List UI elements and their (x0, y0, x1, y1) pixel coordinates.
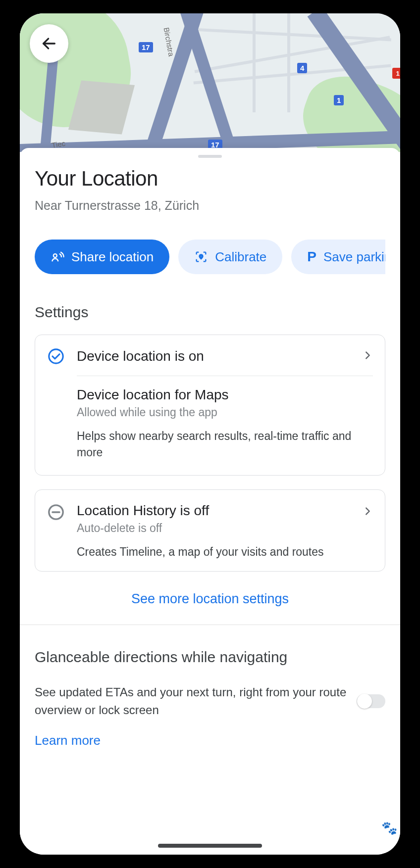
row-subtitle: Allowed while using the app (77, 406, 373, 419)
device-frame: 17 4 1 17 1 Birchstra Tiec Your Location… (20, 13, 400, 855)
svg-point-3 (49, 349, 63, 363)
save-parking-chip[interactable]: P Save parkin (291, 240, 385, 274)
page-subtitle: Near Turnerstrasse 18, Zürich (35, 198, 385, 213)
page-title: Your Location (35, 167, 385, 191)
device-location-maps-row[interactable]: Device location for Maps Allowed while u… (35, 376, 385, 475)
minus-circle-icon (48, 504, 64, 521)
chip-label: Share location (71, 249, 154, 265)
row-description: Creates Timeline, a map of your visits a… (77, 544, 362, 560)
bottom-sheet: Your Location Near Turnerstrasse 18, Zür… (20, 148, 400, 855)
chevron-right-icon (362, 506, 373, 517)
svg-point-2 (200, 255, 202, 257)
share-location-icon (51, 250, 64, 264)
route-shield-red: 1 (392, 68, 400, 79)
row-description: Helps show nearby search results, real-t… (77, 428, 373, 461)
map-minor-road (253, 13, 256, 112)
chip-label: Calibrate (215, 249, 266, 265)
map-minor-road (193, 28, 391, 42)
route-shield: 1 (334, 95, 344, 105)
settings-heading: Settings (35, 304, 385, 321)
row-subtitle: Auto-delete is off (77, 522, 362, 535)
paw-decoration-icon: 🐾 (381, 820, 397, 836)
check-circle-icon (48, 348, 64, 365)
home-indicator[interactable] (158, 844, 262, 848)
row-title: Device location for Maps (77, 387, 373, 403)
drag-handle[interactable] (198, 155, 222, 158)
svg-point-1 (53, 254, 57, 257)
map-minor-road (287, 13, 290, 112)
see-more-location-settings-link[interactable]: See more location settings (35, 591, 385, 607)
chevron-right-icon (362, 350, 373, 361)
row-title: Location History is off (77, 503, 362, 519)
glanceable-title: Glanceable directions while navigating (35, 649, 385, 666)
device-location-card: Device location is on Device location fo… (35, 335, 385, 476)
chip-label: Save parkin (323, 249, 385, 265)
parking-icon: P (307, 249, 316, 265)
back-arrow-icon (41, 35, 57, 52)
calibrate-chip[interactable]: Calibrate (178, 240, 282, 274)
location-history-row[interactable]: Location History is off Auto-delete is o… (35, 490, 385, 571)
share-location-chip[interactable]: Share location (35, 240, 169, 274)
map-street-label: Birchstra (162, 27, 176, 57)
calibrate-icon (194, 250, 208, 264)
glanceable-description: See updated ETAs and your next turn, rig… (35, 683, 347, 719)
back-button[interactable] (30, 24, 68, 63)
glanceable-row: See updated ETAs and your next turn, rig… (35, 683, 385, 719)
map-preview[interactable]: 17 4 1 17 1 Birchstra Tiec (20, 13, 400, 152)
device-location-row[interactable]: Device location is on (35, 335, 385, 376)
row-title: Device location is on (77, 348, 362, 364)
location-history-card: Location History is off Auto-delete is o… (35, 489, 385, 572)
route-shield: 17 (139, 42, 153, 52)
action-chips-row: Share location Calibrate P Save parkin (35, 240, 385, 274)
learn-more-link[interactable]: Learn more (35, 733, 385, 748)
glanceable-toggle[interactable] (357, 694, 385, 708)
route-shield: 4 (297, 63, 307, 73)
section-divider (20, 625, 400, 625)
